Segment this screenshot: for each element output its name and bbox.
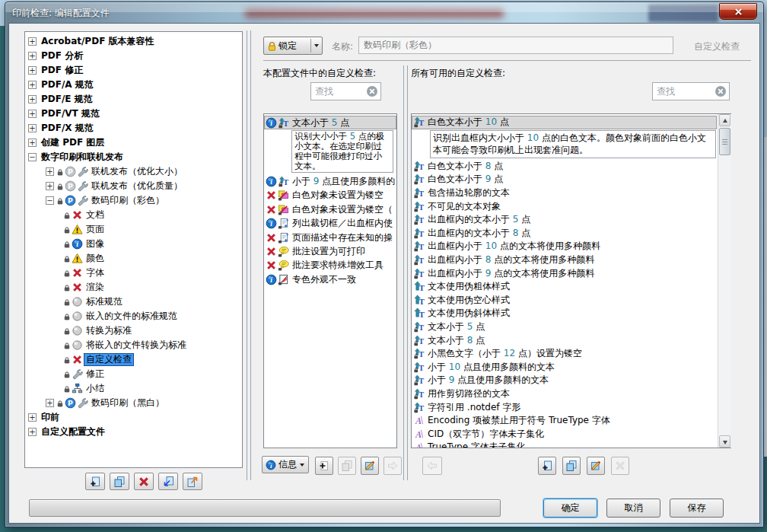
check-item[interactable]: TrueType 字体未子集化 [412, 441, 717, 448]
search-input[interactable] [653, 86, 714, 97]
check-item[interactable]: 出血框内的文本小于 8 点 [412, 227, 717, 241]
tree-item[interactable]: 图像 [25, 237, 242, 251]
check-item[interactable]: Encoding 项被禁止用于符号 TrueType 字体 [412, 414, 717, 428]
info-severity-dropdown[interactable]: 信息 [262, 456, 309, 473]
tree-expander-icon[interactable]: + [28, 52, 37, 60]
tree-item[interactable]: 嵌入的文件的标准规范 [25, 309, 242, 323]
tree-expander-icon[interactable]: − [46, 196, 54, 205]
check-item[interactable]: 文本使用伪空心样式 [412, 294, 717, 307]
check-item[interactable]: 出血框内的文本小于 5 点 [412, 213, 717, 227]
tree-item[interactable]: 颜色 [25, 251, 242, 266]
tree-item[interactable]: + PDF/VT 规范 [25, 107, 242, 121]
tree-item[interactable]: 修正 [25, 367, 242, 381]
tree-expander-icon[interactable]: + [28, 95, 37, 104]
tree-expander-icon[interactable]: − [28, 153, 37, 161]
check-item[interactable]: CID（双字节）字体未子集化 [412, 427, 717, 441]
check-item[interactable]: 小于 9 点且使用多颜料的文本 [412, 374, 717, 387]
tree-item[interactable]: 自定义检查 [25, 352, 242, 367]
create-check-button[interactable] [538, 457, 556, 475]
tree-item[interactable]: + PDF/X 规范 [25, 121, 242, 135]
check-item[interactable]: 批注设置为可打印 [264, 244, 396, 258]
available-checks-list[interactable]: 白色文本小于 10 点 识别出血框内大小小于 10 点的白色文本。颜色对象前面的… [411, 113, 731, 448]
check-item[interactable]: 批注要求特殊增效工具 [264, 259, 396, 272]
check-item[interactable]: 专色外观不一致 [264, 272, 396, 286]
tree-item[interactable]: 转换为标准 [25, 323, 242, 338]
profile-name-input[interactable] [358, 37, 673, 54]
tree-expander-icon[interactable]: + [28, 81, 37, 89]
check-item[interactable]: 出血框内小于 9 点的文本将使用多种颜料 [412, 266, 717, 280]
export-profile-button[interactable] [183, 473, 202, 490]
tree-expander-icon[interactable]: + [28, 139, 37, 147]
tree-item[interactable]: − 数字印刷和联机发布 [25, 150, 242, 164]
check-item[interactable]: 白色对象未设置为镂空（ [264, 202, 396, 216]
check-item[interactable]: 列出裁切框／出血框内使 [264, 217, 396, 231]
scrollbar-thumb[interactable] [719, 128, 730, 155]
duplicate-check-button[interactable] [338, 457, 356, 475]
check-item[interactable]: 不可见的文本对象 [412, 199, 717, 213]
scroll-up-button[interactable] [719, 114, 730, 126]
check-item[interactable]: 用作剪切路径的文本 [412, 387, 717, 401]
tree-item[interactable]: + 印前 [25, 410, 242, 425]
check-item[interactable]: 小于 9 点且使用多颜料的 [264, 174, 396, 188]
close-button[interactable] [719, 3, 757, 20]
check-item[interactable]: 文本使用伪粗体样式 [412, 280, 717, 294]
scroll-down-button[interactable] [719, 435, 730, 448]
tree-item[interactable]: − 数码印刷（彩色） [25, 193, 242, 208]
tree-expander-icon[interactable]: + [46, 167, 54, 176]
edit-available-check-button[interactable] [587, 457, 605, 475]
panel-splitter[interactable] [403, 65, 408, 480]
tree-item[interactable]: 文档 [25, 208, 242, 222]
tree-expander-icon[interactable]: + [28, 37, 37, 46]
check-item[interactable]: 小于 10 点且使用多颜料的文本 [412, 361, 717, 374]
tree-item[interactable]: 小结 [25, 381, 242, 396]
move-check-left-button[interactable] [422, 457, 442, 475]
duplicate-profile-button[interactable] [110, 473, 129, 490]
check-item[interactable]: 字符引用 .notdef 字形 [412, 400, 717, 414]
add-profile-button[interactable] [85, 473, 105, 490]
tree-expander-icon[interactable]: + [28, 428, 37, 436]
add-check-button[interactable] [315, 457, 333, 475]
tree-item[interactable]: + PDF/A 规范 [25, 78, 242, 92]
tree-item[interactable]: + 创建 PDF 图层 [25, 135, 242, 150]
check-item[interactable]: 文本小于 8 点 [412, 333, 717, 347]
cancel-button[interactable]: 取消 [606, 499, 660, 518]
tree-expander-icon[interactable]: + [28, 66, 37, 75]
tree-item[interactable]: + 联机发布（优化大小） [25, 164, 242, 179]
edit-check-button[interactable] [361, 457, 379, 475]
tree-item[interactable]: 页面 [25, 222, 242, 237]
check-item[interactable]: 文本使用伪斜体样式 [412, 307, 717, 320]
move-check-right-button[interactable] [384, 457, 402, 475]
tree-item[interactable]: + Acrobat/PDF 版本兼容性 [25, 34, 242, 49]
delete-available-check-button[interactable] [611, 457, 629, 475]
check-item[interactable]: 白色文本小于 10 点 [412, 116, 717, 129]
tree-expander-icon[interactable]: + [46, 182, 54, 190]
tree-item[interactable]: 字体 [25, 266, 242, 280]
tree-item[interactable]: 渲染 [25, 280, 242, 295]
tree-item[interactable]: 标准规范 [25, 295, 242, 309]
tree-item[interactable]: 将嵌入的文件转换为标准 [25, 338, 242, 352]
check-item[interactable]: 白色文本小于 9 点 [412, 173, 717, 186]
check-item[interactable]: 出血框内小于 8 点的文本将使用多种颜料 [412, 253, 717, 267]
clear-search-icon[interactable] [366, 85, 378, 97]
save-button[interactable]: 保存 [670, 499, 724, 518]
tree-item[interactable]: + PDF/E 规范 [25, 92, 242, 107]
import-profile-button[interactable] [158, 473, 178, 490]
panel-splitter[interactable] [247, 30, 251, 480]
tree-expander-icon[interactable]: + [28, 413, 37, 422]
tree-item[interactable]: + 联机发布（优化质量） [25, 179, 242, 193]
check-item[interactable]: 页面描述中存在未知的操 [264, 231, 396, 244]
search-input[interactable] [311, 86, 366, 97]
check-item[interactable]: 出血框内小于 10 点的文本将使用多种颜料 [412, 240, 717, 253]
tree-item[interactable]: + 数码印刷（黑白） [25, 396, 242, 410]
check-item[interactable]: 包含描边轮廓的文本 [412, 186, 717, 200]
clear-search-icon[interactable] [714, 85, 727, 97]
tree-item[interactable]: + PDF 分析 [25, 49, 242, 63]
duplicate-available-check-button[interactable] [562, 457, 581, 475]
check-item[interactable]: 白色文本小于 8 点 [412, 160, 717, 174]
tree-expander-icon[interactable]: + [28, 124, 37, 132]
title-bar[interactable]: 印前检查: 编辑配置文件 [5, 2, 763, 23]
check-item[interactable]: 文本小于 5 点 [264, 116, 396, 129]
check-item[interactable]: 白色对象未设置为镂空 [264, 189, 396, 202]
tree-expander-icon[interactable]: + [28, 110, 37, 118]
ok-button[interactable]: 确定 [543, 499, 597, 518]
